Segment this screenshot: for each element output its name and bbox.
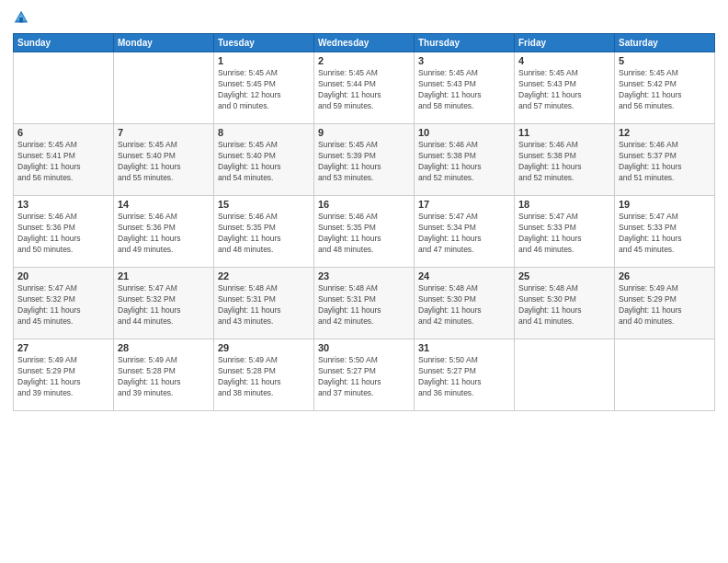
day-info: Sunrise: 5:49 AM Sunset: 5:28 PM Dayligh…: [118, 355, 210, 399]
header-wednesday: Wednesday: [314, 34, 415, 52]
table-row: 9Sunrise: 5:45 AM Sunset: 5:39 PM Daylig…: [314, 124, 415, 196]
day-info: Sunrise: 5:49 AM Sunset: 5:28 PM Dayligh…: [218, 355, 310, 399]
day-info: Sunrise: 5:45 AM Sunset: 5:40 PM Dayligh…: [118, 140, 210, 184]
day-number: 15: [218, 199, 310, 210]
day-number: 13: [17, 199, 109, 210]
day-info: Sunrise: 5:46 AM Sunset: 5:38 PM Dayligh…: [518, 140, 610, 184]
table-row: 18Sunrise: 5:47 AM Sunset: 5:33 PM Dayli…: [515, 196, 615, 268]
day-info: Sunrise: 5:45 AM Sunset: 5:45 PM Dayligh…: [218, 68, 310, 112]
day-number: 14: [118, 199, 210, 210]
day-info: Sunrise: 5:46 AM Sunset: 5:35 PM Dayligh…: [218, 212, 310, 256]
calendar-table: Sunday Monday Tuesday Wednesday Thursday…: [13, 33, 715, 411]
day-number: 1: [218, 55, 310, 66]
day-number: 22: [218, 270, 310, 282]
table-row: 10Sunrise: 5:46 AM Sunset: 5:38 PM Dayli…: [415, 124, 515, 196]
day-info: Sunrise: 5:45 AM Sunset: 5:43 PM Dayligh…: [518, 68, 610, 112]
day-number: 12: [619, 127, 711, 138]
table-row: 3Sunrise: 5:45 AM Sunset: 5:43 PM Daylig…: [415, 52, 515, 124]
day-info: Sunrise: 5:45 AM Sunset: 5:43 PM Dayligh…: [418, 68, 510, 112]
header-friday: Friday: [515, 34, 615, 52]
day-info: Sunrise: 5:46 AM Sunset: 5:37 PM Dayligh…: [619, 140, 711, 184]
header-sunday: Sunday: [14, 34, 114, 52]
header-monday: Monday: [114, 34, 214, 52]
day-number: 2: [318, 55, 410, 66]
day-number: 11: [518, 127, 610, 138]
day-number: 30: [318, 342, 410, 353]
table-row: 7Sunrise: 5:45 AM Sunset: 5:40 PM Daylig…: [114, 124, 214, 196]
table-row: 22Sunrise: 5:48 AM Sunset: 5:31 PM Dayli…: [214, 268, 314, 339]
table-row: 25Sunrise: 5:48 AM Sunset: 5:30 PM Dayli…: [515, 268, 615, 339]
day-number: 18: [518, 199, 610, 210]
table-row: 28Sunrise: 5:49 AM Sunset: 5:28 PM Dayli…: [114, 339, 214, 411]
day-info: Sunrise: 5:45 AM Sunset: 5:40 PM Dayligh…: [218, 140, 310, 184]
day-info: Sunrise: 5:45 AM Sunset: 5:42 PM Dayligh…: [619, 68, 711, 112]
table-row: 15Sunrise: 5:46 AM Sunset: 5:35 PM Dayli…: [214, 196, 314, 268]
day-number: 21: [118, 270, 210, 282]
day-info: Sunrise: 5:46 AM Sunset: 5:36 PM Dayligh…: [17, 212, 109, 256]
table-row: 4Sunrise: 5:45 AM Sunset: 5:43 PM Daylig…: [515, 52, 615, 124]
day-info: Sunrise: 5:46 AM Sunset: 5:36 PM Dayligh…: [118, 212, 210, 256]
day-info: Sunrise: 5:45 AM Sunset: 5:39 PM Dayligh…: [318, 140, 410, 184]
day-info: Sunrise: 5:49 AM Sunset: 5:29 PM Dayligh…: [17, 355, 109, 399]
header-saturday: Saturday: [615, 34, 715, 52]
calendar-header-row: Sunday Monday Tuesday Wednesday Thursday…: [14, 34, 715, 52]
day-number: 5: [619, 55, 711, 66]
table-row: 6Sunrise: 5:45 AM Sunset: 5:41 PM Daylig…: [14, 124, 114, 196]
table-row: 20Sunrise: 5:47 AM Sunset: 5:32 PM Dayli…: [14, 268, 114, 339]
day-info: Sunrise: 5:47 AM Sunset: 5:33 PM Dayligh…: [518, 212, 610, 256]
table-row: 17Sunrise: 5:47 AM Sunset: 5:34 PM Dayli…: [415, 196, 515, 268]
day-number: 8: [218, 127, 310, 138]
day-number: 27: [17, 342, 109, 353]
table-row: 2Sunrise: 5:45 AM Sunset: 5:44 PM Daylig…: [314, 52, 415, 124]
calendar-week-row: 1Sunrise: 5:45 AM Sunset: 5:45 PM Daylig…: [14, 52, 715, 124]
day-number: 10: [418, 127, 510, 138]
day-number: 25: [518, 270, 610, 282]
table-row: 24Sunrise: 5:48 AM Sunset: 5:30 PM Dayli…: [415, 268, 515, 339]
day-number: 4: [518, 55, 610, 66]
day-info: Sunrise: 5:48 AM Sunset: 5:30 PM Dayligh…: [418, 283, 510, 327]
table-row: 12Sunrise: 5:46 AM Sunset: 5:37 PM Dayli…: [615, 124, 715, 196]
table-row: 5Sunrise: 5:45 AM Sunset: 5:42 PM Daylig…: [615, 52, 715, 124]
table-row: 13Sunrise: 5:46 AM Sunset: 5:36 PM Dayli…: [14, 196, 114, 268]
day-number: 17: [418, 199, 510, 210]
table-row: [515, 339, 615, 411]
calendar-week-row: 13Sunrise: 5:46 AM Sunset: 5:36 PM Dayli…: [14, 196, 715, 268]
day-number: 16: [318, 199, 410, 210]
day-info: Sunrise: 5:46 AM Sunset: 5:38 PM Dayligh…: [418, 140, 510, 184]
day-info: Sunrise: 5:47 AM Sunset: 5:32 PM Dayligh…: [17, 283, 109, 327]
table-row: 23Sunrise: 5:48 AM Sunset: 5:31 PM Dayli…: [314, 268, 415, 339]
day-number: 6: [17, 127, 109, 138]
table-row: 26Sunrise: 5:49 AM Sunset: 5:29 PM Dayli…: [615, 268, 715, 339]
table-row: 1Sunrise: 5:45 AM Sunset: 5:45 PM Daylig…: [214, 52, 314, 124]
day-number: 20: [17, 270, 109, 282]
header-tuesday: Tuesday: [214, 34, 314, 52]
page-header: [13, 9, 715, 26]
day-info: Sunrise: 5:46 AM Sunset: 5:35 PM Dayligh…: [318, 212, 410, 256]
day-info: Sunrise: 5:47 AM Sunset: 5:33 PM Dayligh…: [619, 212, 711, 256]
table-row: 16Sunrise: 5:46 AM Sunset: 5:35 PM Dayli…: [314, 196, 415, 268]
day-number: 9: [318, 127, 410, 138]
calendar-week-row: 27Sunrise: 5:49 AM Sunset: 5:29 PM Dayli…: [14, 339, 715, 411]
day-info: Sunrise: 5:48 AM Sunset: 5:31 PM Dayligh…: [318, 283, 410, 327]
day-info: Sunrise: 5:47 AM Sunset: 5:32 PM Dayligh…: [118, 283, 210, 327]
calendar-week-row: 20Sunrise: 5:47 AM Sunset: 5:32 PM Dayli…: [14, 268, 715, 339]
table-row: 19Sunrise: 5:47 AM Sunset: 5:33 PM Dayli…: [615, 196, 715, 268]
day-number: 26: [619, 270, 711, 282]
table-row: [615, 339, 715, 411]
table-row: 11Sunrise: 5:46 AM Sunset: 5:38 PM Dayli…: [515, 124, 615, 196]
day-info: Sunrise: 5:48 AM Sunset: 5:31 PM Dayligh…: [218, 283, 310, 327]
table-row: 31Sunrise: 5:50 AM Sunset: 5:27 PM Dayli…: [415, 339, 515, 411]
table-row: 29Sunrise: 5:49 AM Sunset: 5:28 PM Dayli…: [214, 339, 314, 411]
logo: [13, 9, 33, 26]
day-info: Sunrise: 5:49 AM Sunset: 5:29 PM Dayligh…: [619, 283, 711, 327]
day-info: Sunrise: 5:50 AM Sunset: 5:27 PM Dayligh…: [318, 355, 410, 399]
day-info: Sunrise: 5:45 AM Sunset: 5:44 PM Dayligh…: [318, 68, 410, 112]
day-info: Sunrise: 5:47 AM Sunset: 5:34 PM Dayligh…: [418, 212, 510, 256]
table-row: [114, 52, 214, 124]
svg-rect-2: [19, 17, 23, 22]
day-number: 28: [118, 342, 210, 353]
day-info: Sunrise: 5:50 AM Sunset: 5:27 PM Dayligh…: [418, 355, 510, 399]
table-row: 21Sunrise: 5:47 AM Sunset: 5:32 PM Dayli…: [114, 268, 214, 339]
day-number: 29: [218, 342, 310, 353]
table-row: 14Sunrise: 5:46 AM Sunset: 5:36 PM Dayli…: [114, 196, 214, 268]
